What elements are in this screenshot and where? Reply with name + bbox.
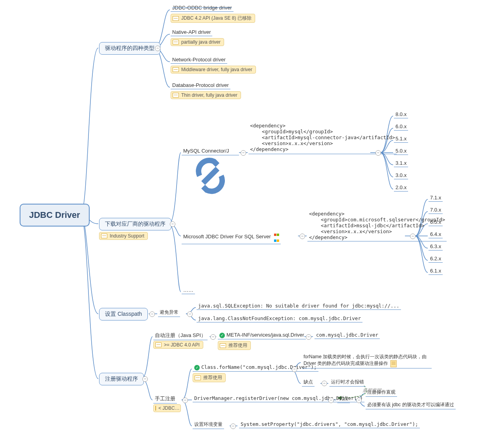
classpath-sub: 避免异常 bbox=[158, 308, 180, 317]
mssql-version: 6.3.x bbox=[429, 243, 443, 250]
toggle-icon[interactable]: − bbox=[328, 398, 334, 403]
driver-type-1-title: JDBC-ODBC bridge driver bbox=[171, 4, 234, 12]
error-1: java.sql.SQLException: No suitable drive… bbox=[197, 302, 401, 310]
env-var-code: System.setProperty("jdbc.drivers", "com.… bbox=[239, 420, 420, 428]
toggle-icon[interactable]: − bbox=[292, 366, 297, 372]
more-drivers: …… bbox=[182, 286, 195, 294]
forname-desc: forName 加载类的时候，会执行一次该类的静态代码块，由 Driver 类的… bbox=[302, 353, 432, 368]
auto-register[interactable]: 自动注册（Java SPI） bbox=[153, 331, 208, 340]
env-var: 设置环境变量 bbox=[193, 420, 224, 429]
toggle-icon[interactable]: − bbox=[230, 424, 236, 429]
manual-register-note: < JDBC… bbox=[153, 404, 181, 412]
toggle-icon[interactable]: − bbox=[356, 398, 362, 403]
mysql-version: 8.0.x bbox=[394, 110, 408, 118]
auto-register-note: >= JDBC 4.0 API bbox=[153, 341, 203, 349]
mysql-version: 3.1.x bbox=[394, 159, 408, 167]
mssql-version: 7.1.x bbox=[429, 194, 443, 202]
mssql-version: 6.4.x bbox=[429, 230, 443, 238]
mssql-version: 7.0.x bbox=[429, 206, 443, 214]
link-icon bbox=[232, 149, 237, 154]
manual-register[interactable]: 手工注册 bbox=[153, 394, 177, 403]
mssql-version: 6.5.x bbox=[429, 218, 443, 226]
mysql-version: 3.0.x bbox=[394, 171, 408, 179]
mssql-dependency: <dependency> <groupId>com.microsoft.sqls… bbox=[307, 210, 447, 241]
mssql-version: 6.2.x bbox=[429, 255, 443, 263]
toggle-icon[interactable]: − bbox=[322, 381, 327, 386]
toggle-icon[interactable]: − bbox=[375, 150, 381, 156]
branch-classpath[interactable]: 设置 Classpath bbox=[99, 308, 148, 320]
driver-type-4-note: Thin driver, fully java driver bbox=[171, 91, 241, 99]
toggle-icon[interactable]: − bbox=[155, 46, 160, 51]
auto-spi: ✓META-INF/services/java.sql.Driver bbox=[218, 331, 306, 339]
driver-type-2-note: partially java driver bbox=[171, 38, 224, 46]
mysql-version: 2.0.x bbox=[394, 184, 408, 192]
toggle-icon[interactable]: − bbox=[149, 311, 155, 317]
branch-register-driver[interactable]: 注册驱动程序 bbox=[99, 373, 144, 385]
branch-download-note: Industry Support bbox=[99, 232, 148, 240]
mysql-version: 6.0.x bbox=[394, 123, 408, 131]
error-2: java.lang.ClassNotFoundException: com.my… bbox=[197, 315, 362, 322]
mysql-connector[interactable]: MySQL Connector/J bbox=[182, 147, 239, 155]
class-forname: ✓Class.forName("com.mysql.jdbc.Driver"); bbox=[193, 363, 318, 372]
mssql-version: 6.1.x bbox=[429, 267, 443, 275]
toggle-icon[interactable]: − bbox=[182, 398, 188, 403]
mysql-version: 5.0.x bbox=[394, 147, 408, 155]
toggle-icon[interactable]: − bbox=[410, 234, 416, 239]
root-node[interactable]: JDBC Driver bbox=[20, 204, 90, 227]
class-forname-note: 推荐使用 bbox=[193, 373, 226, 382]
mssql-driver[interactable]: Microsoft JDBC Driver For SQL Server bbox=[182, 230, 281, 244]
toggle-icon[interactable]: − bbox=[187, 311, 193, 317]
mysql-dependency: <dependency> <groupId>mysql</groupId> <a… bbox=[248, 122, 397, 154]
driver-type-4-title: Database-Protocol driver bbox=[171, 81, 230, 89]
auto-spi-note: 推荐使用 bbox=[218, 341, 251, 350]
register-pro-2: 必须要有该 jdbc 的驱动类才可以编译通过 bbox=[366, 401, 456, 409]
driver-type-1-note: JDBC 4.2 API (Java SE 8) 已移除 bbox=[171, 14, 255, 23]
relation-annotation: 底层实现 bbox=[362, 387, 381, 394]
driver-type-2-title: Native-API driver bbox=[171, 28, 212, 36]
forname-con-val: 运行时才会报错 bbox=[329, 378, 366, 387]
toggle-icon[interactable]: − bbox=[210, 334, 216, 340]
check-icon: ✓ bbox=[194, 365, 200, 370]
microsoft-logo-icon bbox=[274, 231, 279, 243]
forname-con: 缺点 bbox=[302, 378, 315, 387]
branch-driver-types[interactable]: 驱动程序的四种类型 bbox=[99, 42, 160, 55]
toggle-icon[interactable]: − bbox=[170, 221, 175, 227]
branch-download-drivers[interactable]: 下载对应厂商的驱动程序 bbox=[99, 218, 171, 230]
toggle-icon[interactable]: − bbox=[300, 234, 305, 239]
register-pros-label: 优点 bbox=[337, 394, 350, 403]
auto-spi-value: com.mysql.jdbc.Driver bbox=[315, 331, 380, 339]
driver-type-3-note: Middleware driver, fully java driver bbox=[171, 66, 256, 74]
mysql-version: 5.1.x bbox=[394, 135, 408, 143]
toggle-icon[interactable]: − bbox=[142, 376, 148, 382]
toggle-icon[interactable]: − bbox=[306, 334, 311, 340]
note-icon bbox=[390, 360, 397, 367]
check-icon: ✓ bbox=[219, 333, 225, 338]
toggle-icon[interactable]: − bbox=[241, 150, 246, 156]
driver-type-3-title: Network-Protocol driver bbox=[171, 56, 227, 64]
